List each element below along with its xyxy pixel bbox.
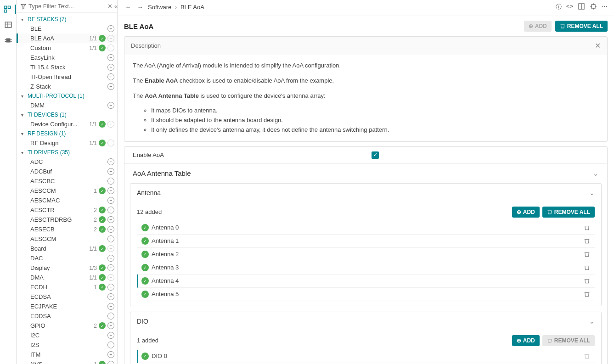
dio-sub-head[interactable]: DIO ⌄ bbox=[130, 312, 601, 330]
tree-item[interactable]: AESCCM1✓+ bbox=[17, 186, 117, 196]
tree-item[interactable]: DAC+ bbox=[17, 253, 117, 263]
nav-back-icon[interactable]: ← bbox=[124, 4, 132, 11]
tree-item[interactable]: TI-OpenThread+ bbox=[17, 72, 117, 82]
add-icon[interactable]: + bbox=[107, 197, 114, 204]
tree-item[interactable]: NVS1✓+ bbox=[17, 359, 117, 364]
info-icon[interactable]: ⓘ bbox=[556, 3, 562, 11]
antenna-sub-head[interactable]: Antenna ⌄ bbox=[130, 184, 601, 202]
add-icon[interactable]: + bbox=[107, 351, 114, 358]
add-icon[interactable]: + bbox=[107, 64, 114, 71]
chevron-down-icon: ▾ bbox=[21, 112, 28, 118]
add-icon[interactable]: + bbox=[107, 25, 114, 32]
add-icon[interactable]: + bbox=[107, 216, 114, 223]
antenna-item[interactable]: ✓Antenna 0 bbox=[137, 221, 595, 235]
tree-item[interactable]: Device Configur...1/1✓+ bbox=[17, 119, 117, 129]
tree-item[interactable]: AESCBC+ bbox=[17, 176, 117, 186]
code-icon[interactable]: <> bbox=[566, 3, 573, 11]
layout-icon[interactable] bbox=[578, 3, 585, 11]
tree-item[interactable]: AESCMAC+ bbox=[17, 196, 117, 205]
add-icon[interactable]: + bbox=[107, 178, 114, 185]
tree-item[interactable]: Board1/1✓+ bbox=[17, 244, 117, 253]
tree-item[interactable]: TI 15.4 Stack+ bbox=[17, 62, 117, 72]
chip-icon[interactable] bbox=[590, 3, 597, 11]
antenna-add-button[interactable]: ⊕ ADD bbox=[512, 207, 540, 218]
tree-item[interactable]: EasyLink+ bbox=[17, 53, 117, 62]
clear-filter-icon[interactable]: ✕ bbox=[107, 3, 113, 10]
add-icon[interactable]: + bbox=[107, 207, 114, 213]
add-icon[interactable]: + bbox=[107, 361, 114, 364]
add-icon[interactable]: + bbox=[107, 54, 114, 61]
add-icon[interactable]: + bbox=[107, 187, 114, 194]
tree-item[interactable]: ECJPAKE+ bbox=[17, 302, 117, 311]
trash-icon[interactable] bbox=[584, 291, 590, 297]
tree-item[interactable]: ADC+ bbox=[17, 157, 117, 167]
tree-item[interactable]: AESGCM+ bbox=[17, 234, 117, 244]
remove-all-button[interactable]: REMOVE ALL bbox=[555, 21, 608, 32]
antenna-item[interactable]: ✓Antenna 5 bbox=[137, 288, 595, 301]
tree-item[interactable]: AESCTR2✓+ bbox=[17, 205, 117, 215]
tree-item[interactable]: DMM+ bbox=[17, 101, 117, 110]
tree-item[interactable]: ECDSA+ bbox=[17, 292, 117, 302]
add-icon[interactable]: + bbox=[107, 226, 114, 233]
add-icon[interactable]: + bbox=[107, 322, 114, 329]
breadcrumb-root[interactable]: Software bbox=[148, 4, 171, 11]
tree-item[interactable]: DMA1/1✓+ bbox=[17, 273, 117, 282]
add-icon[interactable]: + bbox=[107, 83, 114, 90]
add-icon[interactable]: + bbox=[107, 313, 114, 319]
close-description-icon[interactable]: ✕ bbox=[595, 41, 601, 50]
tree-item[interactable]: ADCBuf+ bbox=[17, 167, 117, 176]
trash-icon[interactable] bbox=[584, 264, 590, 271]
breadcrumb-leaf[interactable]: BLE AoA bbox=[180, 4, 204, 11]
tree-item[interactable]: BLE AoA1/1✓+ bbox=[17, 34, 117, 43]
tree-item[interactable]: I2C+ bbox=[17, 330, 117, 340]
dio-item[interactable]: ✓ DIO 0 bbox=[137, 350, 595, 363]
add-icon[interactable]: + bbox=[107, 168, 114, 175]
tree-group[interactable]: ▾TI DRIVERS (35) bbox=[17, 148, 117, 157]
enable-aoa-checkbox[interactable]: ✓ bbox=[372, 151, 379, 159]
add-icon[interactable]: + bbox=[107, 293, 114, 300]
rail-chip-icon[interactable] bbox=[4, 36, 13, 45]
antenna-item[interactable]: ✓Antenna 3 bbox=[137, 261, 595, 274]
add-icon[interactable]: + bbox=[107, 284, 114, 291]
add-icon[interactable]: + bbox=[107, 332, 114, 339]
trash-icon[interactable] bbox=[584, 238, 590, 244]
add-icon[interactable]: + bbox=[107, 158, 114, 165]
antenna-item[interactable]: ✓Antenna 1 bbox=[137, 235, 595, 248]
dio-add-button[interactable]: ⊕ ADD bbox=[512, 335, 540, 346]
tree-item[interactable]: I2S+ bbox=[17, 340, 117, 350]
tree-item[interactable]: Z-Stack+ bbox=[17, 82, 117, 91]
tree-item[interactable]: GPIO2✓+ bbox=[17, 321, 117, 330]
trash-icon[interactable] bbox=[584, 224, 590, 231]
antenna-item[interactable]: ✓Antenna 4 bbox=[137, 274, 595, 288]
trash-icon[interactable] bbox=[584, 278, 590, 284]
tree-group[interactable]: ▾RF DESIGN (1) bbox=[17, 129, 117, 138]
tree-item[interactable]: AESECB2✓+ bbox=[17, 224, 117, 234]
rail-table-icon[interactable] bbox=[4, 20, 13, 29]
tree-item[interactable]: Custom1/1✓+ bbox=[17, 43, 117, 53]
tree-item[interactable]: ECDH1✓+ bbox=[17, 282, 117, 292]
rail-software-icon[interactable] bbox=[0, 5, 16, 14]
antenna-item[interactable]: ✓Antenna 2 bbox=[137, 248, 595, 261]
add-icon[interactable]: + bbox=[107, 255, 114, 262]
antenna-table-section-head[interactable]: AoA Antenna Table ⌄ bbox=[124, 163, 607, 183]
trash-icon[interactable] bbox=[584, 251, 590, 258]
add-icon[interactable]: + bbox=[107, 235, 114, 242]
antenna-remove-all-button[interactable]: REMOVE ALL bbox=[542, 207, 595, 218]
nav-forward-icon[interactable]: → bbox=[136, 4, 144, 11]
add-icon[interactable]: + bbox=[107, 342, 114, 348]
add-icon[interactable]: + bbox=[107, 303, 114, 310]
more-icon[interactable]: ⋯ bbox=[602, 3, 608, 11]
tree-item[interactable]: ITM+ bbox=[17, 350, 117, 359]
tree-item[interactable]: BLE+ bbox=[17, 24, 117, 34]
add-icon[interactable]: + bbox=[107, 102, 114, 109]
tree-item[interactable]: Display1/3✓+ bbox=[17, 263, 117, 273]
tree-group[interactable]: ▾MULTI-PROTOCOL (1) bbox=[17, 91, 117, 101]
tree-item[interactable]: RF Design1/1✓+ bbox=[17, 138, 117, 148]
add-icon[interactable]: + bbox=[107, 73, 114, 80]
tree-item[interactable]: EDDSA+ bbox=[17, 311, 117, 321]
tree-item[interactable]: AESCTRDRBG2✓+ bbox=[17, 215, 117, 224]
tree-group[interactable]: ▾RF STACKS (7) bbox=[17, 15, 117, 24]
filter-input[interactable] bbox=[28, 3, 106, 10]
add-icon[interactable]: + bbox=[107, 264, 114, 271]
tree-group[interactable]: ▾TI DEVICES (1) bbox=[17, 110, 117, 119]
